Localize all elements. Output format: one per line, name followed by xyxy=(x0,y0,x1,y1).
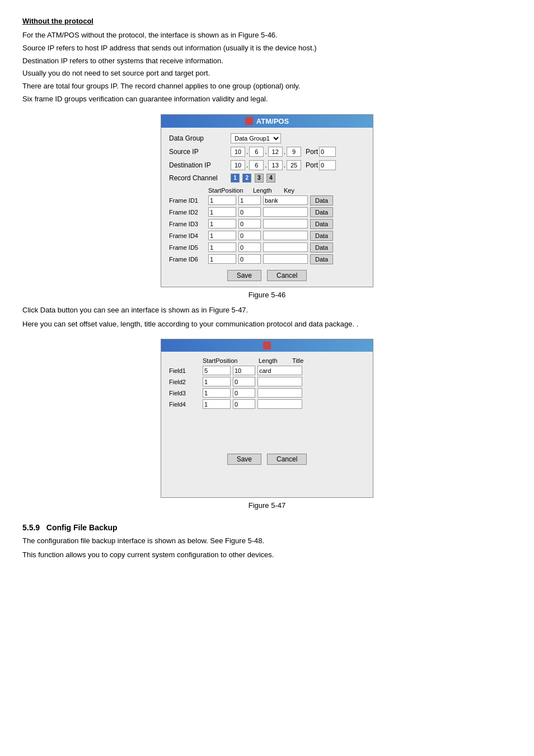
data-group-select[interactable]: Data Group1 Data Group2 Data Group3 Data… xyxy=(231,133,281,143)
para-6: Six frame ID groups verification can gua… xyxy=(22,94,512,105)
col-length-header: Length xyxy=(253,187,284,194)
table-row: Frame ID6 Data xyxy=(169,254,365,264)
frame-id3-data-btn[interactable]: Data xyxy=(310,219,333,229)
source-port-input[interactable] xyxy=(319,147,336,157)
dialog-btn-row: Save Cancel xyxy=(169,270,365,281)
field2-title[interactable] xyxy=(257,377,302,386)
source-ip-label: Source IP xyxy=(169,148,231,156)
table-row: Frame ID4 Data xyxy=(169,231,365,241)
channel-btn-3[interactable]: 3 xyxy=(255,174,264,183)
frame-id1-key[interactable] xyxy=(263,195,308,205)
frame-id6-label: Frame ID6 xyxy=(169,256,208,263)
dialog2-titlebar xyxy=(161,339,373,352)
channel-btn-1[interactable]: 1 xyxy=(231,174,240,183)
save-button-2[interactable]: Save xyxy=(227,454,261,465)
dest-port-input[interactable] xyxy=(319,160,336,170)
frame-id6-key[interactable] xyxy=(263,254,308,264)
frame-id2-len[interactable] xyxy=(238,207,261,217)
field4-title[interactable] xyxy=(257,399,302,409)
frame-id3-len[interactable] xyxy=(238,219,261,228)
field3-start[interactable] xyxy=(203,388,231,398)
para-1: For the ATM/POS without the protocol, th… xyxy=(22,30,512,41)
field3-len[interactable] xyxy=(233,388,255,398)
field1-title[interactable] xyxy=(257,366,302,375)
frame-id5-data-btn[interactable]: Data xyxy=(310,242,333,253)
record-channel-row: Record Channel 1 2 3 4 xyxy=(169,174,365,183)
table-row: Frame ID5 Data xyxy=(169,242,365,253)
field1-start[interactable] xyxy=(203,366,231,375)
between-line-1: Click Data button you can see an interfa… xyxy=(22,305,512,316)
frame-id3-start[interactable] xyxy=(208,219,236,228)
para-4: Usually you do not need to set source po… xyxy=(22,68,512,80)
frame-id6-len[interactable] xyxy=(238,254,261,264)
frame-id4-label: Frame ID4 xyxy=(169,232,208,239)
save-button[interactable]: Save xyxy=(227,270,261,281)
figure-46-container: ATM/POS Data Group Data Group1 Data Grou… xyxy=(22,114,512,299)
field2-start[interactable] xyxy=(203,377,231,386)
dialog-content: Data Group Data Group1 Data Group2 Data … xyxy=(161,128,373,287)
source-ip-seg1[interactable] xyxy=(231,147,245,157)
table-row: Field1 xyxy=(169,366,365,375)
dialog2-btn-row: Save Cancel xyxy=(169,454,365,465)
table-row: Field4 xyxy=(169,399,365,409)
cancel-button-2[interactable]: Cancel xyxy=(267,454,307,465)
dest-ip-seg4[interactable] xyxy=(287,160,301,170)
col-start-header: StartPosition xyxy=(208,187,253,194)
frame-id1-start[interactable] xyxy=(208,195,236,205)
field2-len[interactable] xyxy=(233,377,255,386)
source-port-label: Port xyxy=(306,148,318,156)
frame-id3-key[interactable] xyxy=(263,219,308,228)
channel-btn-2[interactable]: 2 xyxy=(242,174,251,183)
dialog-title: ATM/POS xyxy=(256,117,289,125)
frame-id4-start[interactable] xyxy=(208,231,236,240)
frame-id2-key[interactable] xyxy=(263,207,308,217)
field1-len[interactable] xyxy=(233,366,255,375)
source-ip-seg4[interactable] xyxy=(287,147,301,157)
data-group-label: Data Group xyxy=(169,134,231,142)
frame-id5-start[interactable] xyxy=(208,242,236,252)
frame-id6-start[interactable] xyxy=(208,254,236,264)
dest-ip-group: . . . Port xyxy=(231,160,336,170)
frame-id5-label: Frame ID5 xyxy=(169,244,208,251)
frame-id3-label: Frame ID3 xyxy=(169,221,208,227)
frame-id6-data-btn[interactable]: Data xyxy=(310,254,333,264)
para-2: Source IP refers to host IP address that… xyxy=(22,43,512,54)
cancel-button[interactable]: Cancel xyxy=(267,270,307,281)
section-title-text: Config File Backup xyxy=(46,523,118,532)
frame-id2-start[interactable] xyxy=(208,207,236,217)
dialog-icon xyxy=(245,117,253,125)
frame-id2-data-btn[interactable]: Data xyxy=(310,207,333,217)
field4-start[interactable] xyxy=(203,399,231,409)
dest-ip-seg1[interactable] xyxy=(231,160,245,170)
dest-ip-seg2[interactable] xyxy=(249,160,264,170)
frame-id4-len[interactable] xyxy=(238,231,261,240)
figure-46-caption: Figure 5-46 xyxy=(249,291,285,299)
dialog-titlebar: ATM/POS xyxy=(161,115,373,128)
frame-id1-data-btn[interactable]: Data xyxy=(310,195,333,206)
frame-id4-key[interactable] xyxy=(263,231,308,240)
figure-47-container: StartPosition Length Title Field1 Field2… xyxy=(22,339,512,510)
field4-label: Field4 xyxy=(169,401,203,408)
field4-len[interactable] xyxy=(233,399,255,409)
frame-id5-key[interactable] xyxy=(263,242,308,252)
section-without-protocol: Without the protocol For the ATM/POS wit… xyxy=(22,17,512,105)
dest-port-label: Port xyxy=(306,161,318,169)
channel-btn-4[interactable]: 4 xyxy=(266,174,275,183)
dest-ip-seg3[interactable] xyxy=(268,160,283,170)
col2-start-header: StartPosition xyxy=(203,357,259,364)
frame-id4-data-btn[interactable]: Data xyxy=(310,231,333,241)
source-ip-seg2[interactable] xyxy=(249,147,264,157)
frame-id5-len[interactable] xyxy=(238,242,261,252)
source-ip-seg3[interactable] xyxy=(268,147,283,157)
field3-title[interactable] xyxy=(257,388,302,398)
frame-id1-len[interactable] xyxy=(238,195,261,205)
dialog2-content: StartPosition Length Title Field1 Field2… xyxy=(161,352,373,497)
field3-label: Field3 xyxy=(169,390,203,396)
section-559-para1: The configuration file backup interface … xyxy=(22,535,512,547)
table-row: Frame ID3 Data xyxy=(169,219,365,229)
record-channel-label: Record Channel xyxy=(169,174,231,182)
text-between-figures: Click Data button you can see an interfa… xyxy=(22,305,512,330)
dest-ip-row: Destination IP . . . Port xyxy=(169,160,365,170)
data-group-row: Data Group Data Group1 Data Group2 Data … xyxy=(169,133,365,143)
table-row: Frame ID2 Data xyxy=(169,207,365,217)
